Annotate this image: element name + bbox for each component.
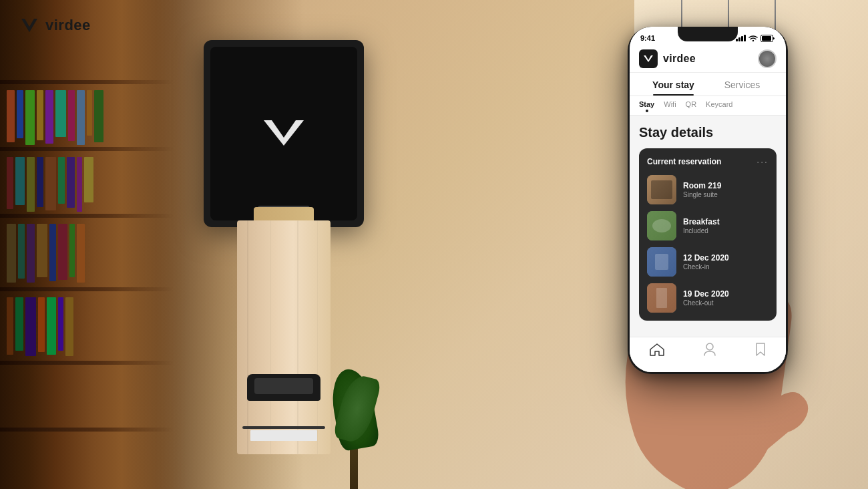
phone-mockup: 9:41 [614, 27, 801, 414]
room-label: Room 219 [683, 181, 721, 190]
battery-icon [761, 35, 775, 42]
bottom-nav-home[interactable] [650, 343, 664, 359]
phone-notch [678, 27, 738, 41]
main-tabs: Your stay Services [630, 73, 786, 96]
signal-bar-1 [736, 39, 738, 41]
books-row-2 [7, 157, 93, 212]
sub-nav: Stay Wifi QR Keycard [630, 96, 786, 116]
checkout-label: 19 Dec 2020 [683, 289, 729, 299]
brand-logo: virdee [19, 15, 91, 36]
profile-icon [704, 343, 716, 356]
reservation-item-checkout: 19 Dec 2020 Check-out [647, 283, 769, 313]
reservation-options[interactable]: ··· [756, 156, 769, 167]
active-dot [646, 110, 648, 112]
sub-nav-keycard[interactable]: Keycard [706, 100, 732, 111]
shelf-line-5 [0, 361, 174, 365]
app-content: Stay details Current reservation ··· [630, 116, 786, 357]
room-thumbnail [647, 175, 676, 204]
svg-point-3 [706, 343, 713, 350]
sub-nav-stay[interactable]: Stay [639, 100, 654, 111]
reservation-header: Current reservation ··· [647, 156, 769, 167]
checkout-thumbnail [647, 283, 676, 313]
checkin-thumbnail [647, 247, 676, 277]
signal-bar-3 [741, 36, 743, 41]
room-sublabel: Single suite [683, 191, 721, 198]
app-header-left: virdee [639, 49, 696, 68]
shelf-line-2 [0, 147, 174, 151]
virdee-logo-icon [19, 15, 40, 36]
reservation-card: Current reservation ··· Room 219 Single [639, 148, 777, 321]
reservation-title: Current reservation [647, 157, 721, 166]
home-icon [650, 343, 664, 356]
stay-details-title: Stay details [639, 125, 777, 140]
checkin-sublabel: Check-in [683, 263, 729, 271]
kiosk-paper [250, 430, 317, 441]
breakfast-label: Breakfast [683, 217, 720, 226]
signal-bars [736, 35, 746, 41]
shelf-line-6 [0, 428, 174, 432]
app-logo-box [639, 49, 658, 68]
app-brand-name: virdee [663, 53, 696, 65]
sub-nav-wifi[interactable]: Wifi [664, 100, 676, 111]
checkin-info: 12 Dec 2020 Check-in [683, 253, 729, 271]
plant [327, 342, 381, 489]
kiosk-logo [257, 114, 310, 154]
user-avatar[interactable] [758, 49, 777, 68]
bookmark-icon [755, 343, 766, 356]
signal-bar-4 [744, 35, 746, 41]
tab-services[interactable]: Services [708, 73, 777, 96]
shelf-line-3 [0, 214, 174, 218]
reservation-item-breakfast: Breakfast Included [647, 211, 769, 240]
bottom-nav-saved[interactable] [755, 343, 766, 359]
reservation-item-room: Room 219 Single suite [647, 175, 769, 204]
shelf-line-1 [0, 80, 174, 84]
breakfast-thumbnail [647, 211, 676, 240]
signal-bar-2 [738, 37, 740, 41]
books-row-4 [7, 297, 73, 356]
tab-your-stay[interactable]: Your stay [639, 73, 708, 96]
phone-frame: 9:41 [628, 27, 788, 374]
bottom-nav [630, 337, 786, 372]
books-row-3 [7, 224, 85, 283]
app-header: virdee [630, 45, 786, 73]
books-row-1 [7, 90, 103, 145]
reservation-item-checkin: 12 Dec 2020 Check-in [647, 247, 769, 277]
bottom-nav-profile[interactable] [704, 343, 716, 359]
checkout-info: 19 Dec 2020 Check-out [683, 289, 729, 307]
room-info: Room 219 Single suite [683, 181, 721, 198]
status-icons [736, 35, 775, 42]
app-logo-v [643, 54, 654, 63]
svg-rect-2 [762, 36, 771, 41]
status-time: 9:41 [640, 34, 655, 42]
shelf-line-4 [0, 287, 174, 291]
kiosk-tablet [204, 40, 364, 227]
breakfast-info: Breakfast Included [683, 217, 720, 234]
virdee-brand-name: virdee [45, 17, 91, 34]
kiosk-paper-slot [242, 426, 325, 429]
kiosk-stand-body [237, 220, 331, 454]
kiosk-base-device [247, 374, 320, 401]
checkout-sublabel: Check-out [683, 299, 729, 307]
wifi-icon [748, 35, 758, 41]
sub-nav-qr[interactable]: QR [686, 100, 697, 111]
phone-screen: 9:41 [630, 27, 786, 372]
kiosk-screen [210, 47, 357, 220]
breakfast-sublabel: Included [683, 227, 720, 234]
svg-point-0 [752, 40, 754, 41]
checkin-label: 12 Dec 2020 [683, 253, 729, 263]
